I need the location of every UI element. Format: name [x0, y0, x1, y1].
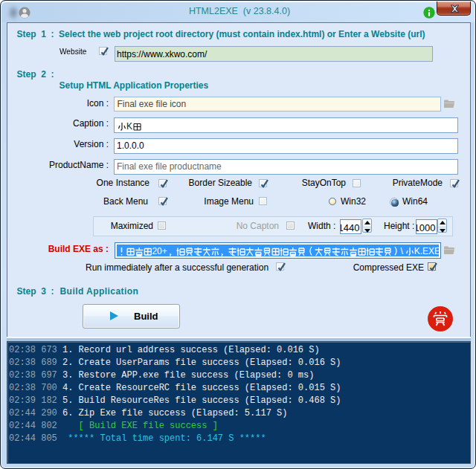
- svg-text:K: K: [126, 120, 132, 131]
- svg-text:K.EXE: K.EXE: [414, 246, 440, 256]
- svg-text:20+: 20+: [152, 246, 167, 256]
- svg-text:\: \: [401, 246, 404, 256]
